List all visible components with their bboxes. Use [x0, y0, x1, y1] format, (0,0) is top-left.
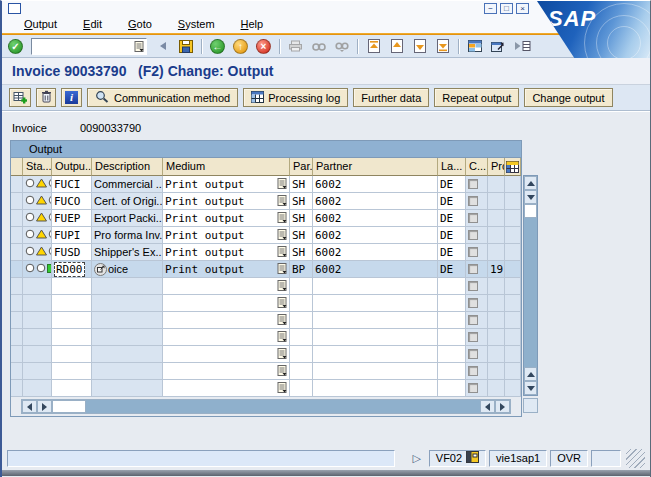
medium-cell[interactable]	[163, 278, 290, 295]
status-transaction-panel[interactable]: VF02	[429, 450, 486, 467]
comm-checkbox[interactable]	[468, 213, 478, 223]
customize-layout-icon[interactable]	[512, 37, 533, 56]
partner-cell[interactable]	[313, 278, 438, 295]
status-expand-icon[interactable]: ▷	[409, 452, 425, 465]
enter-icon[interactable]: ✓	[5, 37, 26, 56]
scroll-left-end-icon[interactable]	[480, 400, 495, 413]
medium-dropdown-icon[interactable]	[277, 381, 288, 396]
menu-output[interactable]: Output	[24, 18, 57, 30]
partner-role-cell[interactable]: SH	[290, 210, 313, 227]
output-type-cell[interactable]	[52, 329, 92, 346]
medium-dropdown-icon[interactable]	[277, 313, 288, 328]
first-page-icon[interactable]	[363, 37, 384, 56]
column-header-partner[interactable]: Partner	[313, 158, 438, 176]
command-field[interactable]	[31, 38, 147, 55]
medium-cell[interactable]	[163, 346, 290, 363]
output-type-cell[interactable]	[52, 363, 92, 380]
resize-grip-icon[interactable]	[626, 449, 645, 468]
language-cell[interactable]	[438, 312, 466, 329]
language-cell[interactable]: DE	[438, 244, 466, 261]
comm-checkbox[interactable]	[468, 281, 478, 291]
partner-role-cell[interactable]	[290, 363, 313, 380]
partner-role-cell[interactable]: SH	[290, 193, 313, 210]
row-selector[interactable]	[11, 244, 23, 261]
command-input[interactable]	[32, 40, 132, 53]
column-header-pro[interactable]: Pro	[488, 158, 505, 176]
system-menu-icon[interactable]	[8, 3, 21, 14]
services-icon[interactable]	[466, 451, 479, 465]
medium-dropdown-icon[interactable]	[277, 228, 288, 243]
comm-checkbox[interactable]	[468, 196, 478, 206]
column-header-outpu[interactable]: Outpu...	[52, 158, 92, 176]
comm-checkbox[interactable]	[468, 349, 478, 359]
language-cell[interactable]	[438, 346, 466, 363]
cancel-icon[interactable]: ×	[253, 37, 274, 56]
partner-cell[interactable]	[313, 295, 438, 312]
language-cell[interactable]	[438, 329, 466, 346]
medium-dropdown-icon[interactable]	[277, 177, 288, 192]
new-session-icon[interactable]	[464, 37, 485, 56]
comm-checkbox[interactable]	[468, 332, 478, 342]
menu-edit[interactable]: Edit	[83, 18, 102, 30]
minimize-button[interactable]: −	[484, 3, 497, 14]
medium-dropdown-icon[interactable]	[277, 347, 288, 362]
exit-icon[interactable]: ↑	[230, 37, 251, 56]
scroll-left-icon[interactable]	[22, 400, 37, 413]
scroll-right-icon[interactable]	[37, 400, 52, 413]
comm-checkbox[interactable]	[468, 315, 478, 325]
medium-dropdown-icon[interactable]	[277, 364, 288, 379]
partner-cell[interactable]	[313, 380, 438, 397]
row-selector[interactable]	[11, 380, 23, 397]
delete-row-button[interactable]	[36, 88, 56, 107]
further-data-button[interactable]: Further data	[353, 88, 429, 107]
language-cell[interactable]: DE	[438, 193, 466, 210]
partner-role-cell[interactable]: SH	[290, 244, 313, 261]
partner-cell[interactable]	[313, 312, 438, 329]
medium-cell[interactable]	[163, 380, 290, 397]
vertical-scrollbar[interactable]	[523, 175, 538, 396]
medium-dropdown-icon[interactable]	[277, 245, 288, 260]
output-type-cell[interactable]	[52, 346, 92, 363]
partner-cell[interactable]: 6002	[313, 210, 438, 227]
row-selector[interactable]	[11, 227, 23, 244]
info-button[interactable]: i	[61, 88, 82, 107]
row-selector[interactable]	[11, 295, 23, 312]
medium-cell[interactable]	[163, 329, 290, 346]
language-cell[interactable]	[438, 278, 466, 295]
medium-dropdown-icon[interactable]	[277, 262, 288, 277]
row-selector[interactable]	[11, 176, 23, 193]
comm-checkbox[interactable]	[468, 383, 478, 393]
change-output-button[interactable]: Change output	[524, 88, 612, 107]
partner-role-cell[interactable]	[290, 346, 313, 363]
hscroll-thumb[interactable]	[52, 400, 86, 413]
language-cell[interactable]: DE	[438, 261, 466, 278]
partner-role-cell[interactable]	[290, 329, 313, 346]
partner-cell[interactable]: 6002	[313, 227, 438, 244]
row-selector[interactable]	[11, 261, 23, 278]
horizontal-scrollbar[interactable]	[21, 399, 511, 414]
insert-row-button[interactable]	[9, 88, 31, 107]
output-type-cell[interactable]	[52, 295, 92, 312]
row-selector[interactable]	[11, 210, 23, 227]
close-button[interactable]: ×	[516, 3, 529, 14]
medium-cell[interactable]: Print output	[163, 261, 290, 278]
partner-cell[interactable]	[313, 346, 438, 363]
language-cell[interactable]	[438, 363, 466, 380]
comm-checkbox[interactable]	[468, 247, 478, 257]
scroll-up-end-icon[interactable]	[524, 367, 537, 381]
partner-cell[interactable]	[313, 363, 438, 380]
last-page-icon[interactable]	[432, 37, 453, 56]
repeat-output-button[interactable]: Repeat output	[434, 88, 519, 107]
output-type-cell[interactable]: FUSD	[52, 244, 92, 261]
partner-cell[interactable]	[313, 329, 438, 346]
column-header-la[interactable]: La...	[438, 158, 466, 176]
language-cell[interactable]: DE	[438, 210, 466, 227]
partner-role-cell[interactable]: SH	[290, 227, 313, 244]
partner-cell[interactable]: 6002	[313, 244, 438, 261]
medium-cell[interactable]: Print output	[163, 227, 290, 244]
comm-checkbox[interactable]	[468, 366, 478, 376]
language-cell[interactable]: DE	[438, 176, 466, 193]
table-settings-icon[interactable]	[505, 158, 521, 176]
vscroll-track[interactable]	[524, 218, 537, 367]
output-type-cell[interactable]	[52, 380, 92, 397]
